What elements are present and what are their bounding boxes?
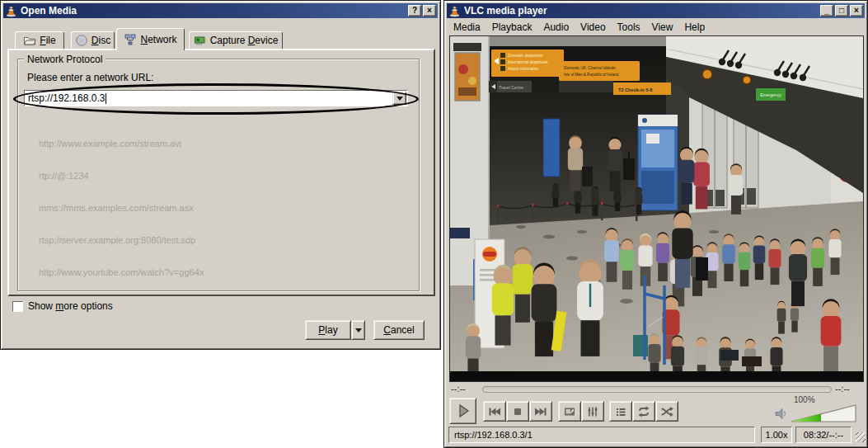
stop-button[interactable] bbox=[506, 401, 529, 422]
menu-view[interactable]: View bbox=[646, 21, 679, 34]
play-icon bbox=[455, 403, 472, 419]
fullscreen-button[interactable] bbox=[558, 401, 581, 422]
vlc-cone-icon bbox=[5, 5, 17, 17]
next-button[interactable] bbox=[529, 401, 552, 422]
menu-help[interactable]: Help bbox=[678, 21, 711, 34]
extended-settings-button[interactable] bbox=[581, 401, 604, 422]
loop-button[interactable] bbox=[632, 401, 655, 422]
dialog-title: Open Media bbox=[21, 5, 406, 17]
svg-text:Domestic UK, Channel Islands: Domestic UK, Channel Islands bbox=[564, 66, 616, 70]
chevron-down-icon bbox=[355, 328, 362, 332]
menu-bar: Media Playback Audio Video Tools View He… bbox=[448, 20, 864, 35]
disc-icon bbox=[75, 34, 88, 47]
tab-disc[interactable]: Disc bbox=[71, 31, 115, 49]
folder-icon bbox=[23, 34, 36, 47]
tab-file[interactable]: File bbox=[15, 31, 64, 49]
shuffle-icon bbox=[660, 405, 673, 418]
network-tab-panel bbox=[7, 49, 435, 296]
video-frame[interactable]: Emergency bbox=[449, 35, 864, 382]
play-pause-button[interactable] bbox=[449, 398, 476, 424]
cancel-button[interactable]: Cancel bbox=[373, 320, 425, 340]
player-titlebar[interactable]: VLC media player _ □ × bbox=[447, 3, 865, 18]
menu-media[interactable]: Media bbox=[448, 21, 486, 34]
volume-control: 100% bbox=[772, 397, 858, 423]
status-url: rtsp://192.168.0.3/1 bbox=[448, 427, 755, 443]
tab-disc-label: Disc bbox=[91, 35, 110, 46]
airport-video-scene: Emergency bbox=[450, 36, 863, 381]
menu-audio[interactable]: Audio bbox=[537, 21, 575, 34]
tab-capture-label: Capture Device bbox=[210, 35, 279, 46]
svg-text:Emergency: Emergency bbox=[760, 92, 781, 97]
group-title: Network Protocol bbox=[24, 54, 106, 65]
playlist-button[interactable] bbox=[609, 401, 632, 422]
volume-slider[interactable] bbox=[791, 403, 856, 423]
svg-text:Domestic departures: Domestic departures bbox=[508, 54, 543, 58]
status-bar: rtsp://192.168.0.3/1 1.00x 08:32/--:-- bbox=[444, 426, 868, 446]
network-icon bbox=[124, 33, 137, 46]
tab-network-label: Network bbox=[140, 34, 176, 45]
skip-back-icon bbox=[488, 405, 501, 418]
show-more-options-checkbox[interactable] bbox=[12, 301, 23, 312]
play-button[interactable]: Play bbox=[305, 320, 351, 340]
skip-forward-icon bbox=[534, 405, 547, 418]
playlist-icon bbox=[614, 405, 627, 418]
total-time: --:-- bbox=[835, 384, 850, 394]
play-dropdown-button[interactable] bbox=[351, 320, 365, 340]
show-more-options-label: Show more options bbox=[28, 300, 113, 312]
svg-text:International departures: International departures bbox=[508, 60, 548, 64]
vlc-cone-icon bbox=[448, 5, 461, 17]
minimize-button[interactable]: _ bbox=[820, 5, 833, 17]
svg-text:Travel Centre: Travel Centre bbox=[499, 85, 523, 90]
tab-network[interactable]: Network bbox=[116, 28, 185, 50]
equalizer-icon bbox=[586, 405, 599, 418]
previous-button[interactable] bbox=[483, 401, 506, 422]
vlc-player-window: VLC media player _ □ × Media Playback Au… bbox=[443, 0, 868, 448]
menu-playback[interactable]: Playback bbox=[486, 21, 538, 34]
dialog-close-button[interactable]: × bbox=[423, 5, 436, 17]
seek-slider[interactable] bbox=[482, 386, 832, 393]
elapsed-time: --:-- bbox=[451, 384, 466, 394]
dialog-help-button[interactable]: ? bbox=[408, 5, 421, 17]
loop-icon bbox=[637, 405, 650, 418]
svg-text:T2 Check-in 5-8: T2 Check-in 5-8 bbox=[618, 87, 652, 92]
playback-rate[interactable]: 1.00x bbox=[761, 427, 792, 443]
fullscreen-icon bbox=[563, 405, 576, 418]
capture-device-icon bbox=[194, 34, 207, 47]
svg-text:Isle of Man & Republic of Irel: Isle of Man & Republic of Ireland bbox=[564, 73, 619, 77]
shuffle-button[interactable] bbox=[655, 401, 678, 422]
tab-capture-device[interactable]: Capture Device bbox=[189, 31, 283, 49]
seek-row: --:-- --:-- bbox=[444, 384, 868, 395]
maximize-button[interactable]: □ bbox=[835, 5, 848, 17]
tab-file-label: File bbox=[40, 35, 55, 46]
speaker-icon bbox=[774, 407, 789, 422]
player-close-button[interactable]: × bbox=[850, 5, 863, 17]
resize-grip[interactable] bbox=[856, 432, 866, 442]
menu-video[interactable]: Video bbox=[575, 21, 611, 34]
time-display[interactable]: 08:32/--:-- bbox=[795, 427, 852, 443]
dialog-titlebar[interactable]: Open Media ? × bbox=[3, 3, 438, 18]
stop-icon bbox=[511, 405, 524, 418]
menu-tools[interactable]: Tools bbox=[612, 21, 646, 34]
player-title: VLC media player bbox=[464, 5, 819, 17]
svg-text:Airport information: Airport information bbox=[508, 67, 539, 71]
show-more-options-row: Show more options bbox=[12, 300, 113, 312]
open-media-dialog: Open Media ? × File Disc Network bbox=[0, 0, 441, 350]
